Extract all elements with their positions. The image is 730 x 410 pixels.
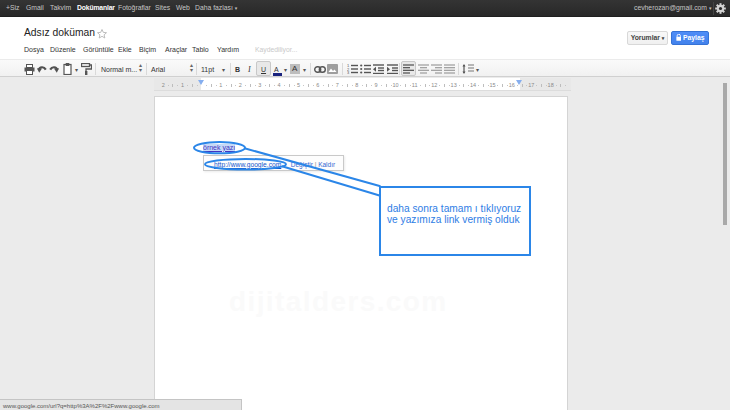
svg-text:3: 3 xyxy=(347,70,350,74)
